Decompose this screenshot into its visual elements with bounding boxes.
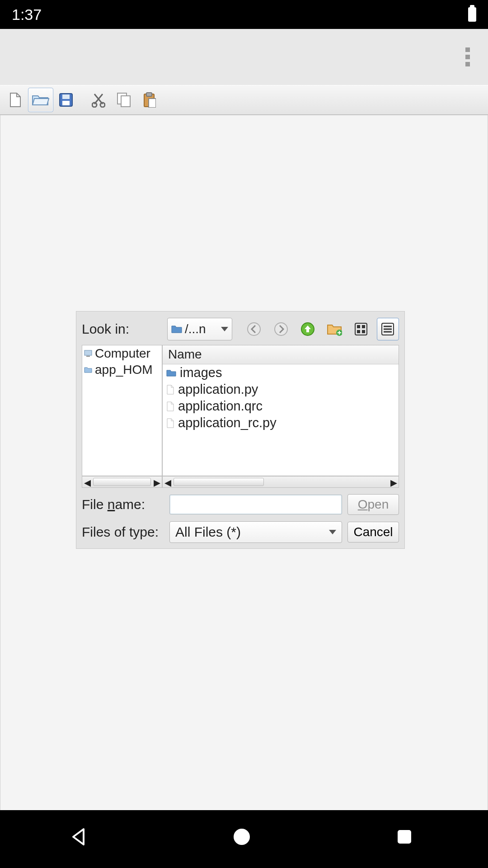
svg-rect-22 [362, 330, 365, 333]
filetype-label: Files of type: [82, 524, 164, 540]
chevron-down-icon [329, 530, 336, 534]
paste-button[interactable] [136, 88, 162, 112]
android-status-bar: 1:37 [0, 0, 488, 29]
cancel-button[interactable]: Cancel [347, 522, 399, 542]
nav-back-button[interactable] [68, 826, 95, 853]
file-list-header[interactable]: Name [163, 345, 399, 364]
folder-icon [171, 325, 182, 334]
file-scrollbar[interactable]: ◂ ▸ [162, 476, 399, 488]
app-title-bar [0, 29, 488, 85]
file-browser: Computer app_HOM Name images application… [82, 345, 399, 476]
folder-tree[interactable]: Computer app_HOM [82, 345, 162, 476]
open-file-button[interactable] [28, 88, 53, 112]
svg-rect-2 [62, 101, 70, 105]
file-open-dialog: Look in: /...n Computer [76, 311, 405, 549]
scroll-right-icon[interactable]: ▸ [389, 476, 399, 487]
clock: 1:37 [12, 6, 42, 24]
svg-rect-18 [355, 323, 367, 335]
kebab-menu-icon[interactable] [465, 47, 470, 66]
icon-view-button[interactable] [350, 318, 372, 340]
svg-point-11 [235, 830, 249, 844]
file-item[interactable]: application.qrc [163, 398, 399, 415]
svg-point-3 [92, 103, 97, 107]
look-in-label: Look in: [82, 321, 163, 337]
computer-icon [84, 350, 92, 357]
cut-button[interactable] [86, 88, 111, 112]
nav-back-button[interactable] [243, 318, 265, 340]
app-toolbar [0, 85, 488, 115]
file-list[interactable]: Name images application.py application.q… [162, 345, 399, 476]
tree-scrollbar[interactable]: ◂ ▸ [82, 476, 162, 488]
tree-item-label: app_HOM [95, 363, 153, 377]
filetype-combo[interactable]: All Files (*) [169, 521, 342, 543]
svg-point-15 [275, 323, 287, 335]
filename-input[interactable] [169, 495, 342, 514]
open-button[interactable]: Open [347, 494, 399, 515]
file-icon [166, 385, 174, 395]
file-icon [166, 401, 174, 411]
tree-item-computer[interactable]: Computer [82, 345, 162, 362]
scroll-left-icon[interactable]: ◂ [163, 476, 173, 487]
svg-rect-6 [121, 96, 130, 107]
nav-home-button[interactable] [230, 826, 258, 853]
scroll-right-icon[interactable]: ▸ [152, 476, 162, 487]
folder-icon [84, 367, 92, 373]
file-icon [166, 418, 174, 428]
nav-recents-button[interactable] [393, 826, 420, 853]
scrollbars: ◂ ▸ ◂ ▸ [82, 476, 399, 488]
tree-item-label: Computer [95, 346, 150, 361]
file-item[interactable]: application.py [163, 381, 399, 398]
svg-rect-13 [399, 831, 410, 843]
chevron-down-icon [221, 327, 228, 331]
svg-rect-20 [362, 325, 365, 328]
filename-label: File name: [82, 497, 164, 512]
nav-forward-button[interactable] [270, 318, 292, 340]
new-file-button[interactable] [3, 88, 28, 112]
look-in-value: /...n [185, 322, 206, 336]
tree-item-home[interactable]: app_HOM [82, 362, 162, 378]
battery-icon [468, 7, 476, 22]
scroll-left-icon[interactable]: ◂ [82, 476, 92, 487]
svg-point-14 [248, 323, 260, 335]
save-file-button[interactable] [53, 88, 79, 112]
file-name: images [180, 365, 222, 380]
svg-rect-25 [86, 356, 90, 357]
svg-rect-21 [357, 330, 360, 333]
svg-rect-9 [149, 99, 156, 108]
copy-button[interactable] [111, 88, 136, 112]
file-name: application.py [178, 382, 258, 397]
filetype-value: All Files (*) [175, 524, 241, 540]
new-folder-button[interactable] [323, 318, 345, 340]
svg-rect-8 [146, 93, 152, 96]
look-in-combo[interactable]: /...n [167, 318, 232, 340]
file-name: application.qrc [178, 399, 263, 414]
folder-icon [166, 369, 176, 377]
file-name: application_rc.py [178, 415, 277, 430]
svg-rect-19 [357, 325, 360, 328]
file-item-folder[interactable]: images [163, 364, 399, 381]
svg-rect-1 [62, 94, 70, 99]
svg-point-4 [100, 103, 105, 107]
list-view-button[interactable] [377, 318, 399, 340]
column-header-name: Name [168, 347, 202, 361]
nav-up-button[interactable] [296, 318, 319, 340]
file-item[interactable]: application_rc.py [163, 415, 399, 431]
svg-rect-24 [84, 350, 92, 355]
android-nav-bar [0, 810, 488, 868]
